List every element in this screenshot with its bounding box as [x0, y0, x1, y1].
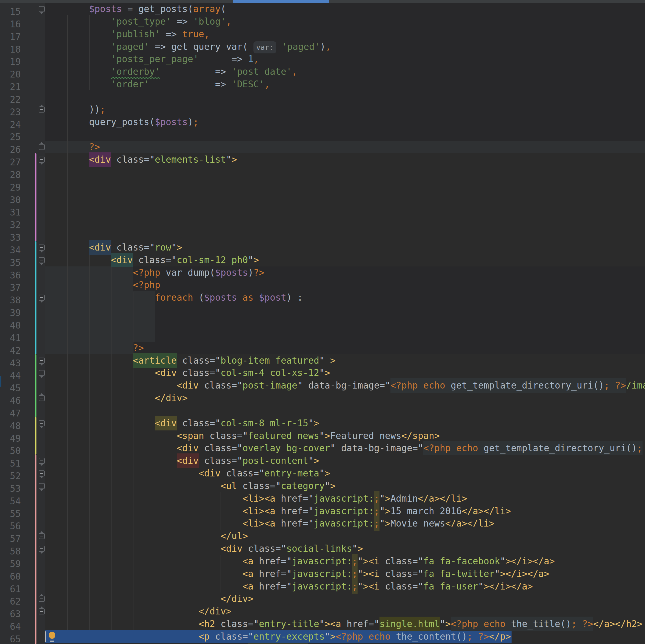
line-number[interactable]: 40: [0, 319, 21, 332]
fold-end-icon[interactable]: [39, 144, 45, 150]
line-number[interactable]: 64: [0, 620, 21, 633]
code-line[interactable]: </div>: [45, 392, 188, 404]
line-number[interactable]: 32: [0, 219, 21, 231]
fold-collapse-icon[interactable]: [39, 483, 45, 489]
line-number[interactable]: 31: [0, 206, 21, 219]
fold-collapse-icon[interactable]: [39, 257, 45, 263]
line-number[interactable]: 26: [0, 143, 21, 156]
line-number[interactable]: 42: [0, 344, 21, 357]
line-number[interactable]: 34: [0, 244, 21, 257]
line-number[interactable]: 27: [0, 156, 21, 169]
code-line[interactable]: 'orderby' => 'post_date',: [45, 65, 297, 78]
fold-collapse-icon[interactable]: [39, 470, 45, 476]
code-line[interactable]: <span class="featured_news">Featured new…: [45, 429, 440, 442]
line-number[interactable]: 38: [0, 294, 21, 307]
fold-end-icon[interactable]: [39, 608, 45, 614]
line-number[interactable]: 65: [0, 633, 21, 644]
line-number[interactable]: 15: [0, 5, 21, 18]
code-line[interactable]: </div>: [45, 605, 232, 618]
top-scrollbar-track[interactable]: [0, 0, 645, 3]
line-number[interactable]: 24: [0, 118, 21, 131]
code-line[interactable]: <div class="col-sm-12 ph0">: [45, 254, 259, 266]
line-number[interactable]: 44: [0, 369, 21, 382]
line-number[interactable]: 61: [0, 583, 21, 596]
fold-collapse-icon[interactable]: [39, 245, 45, 251]
code-line[interactable]: <h2 class="entry-title"><a href="single.…: [45, 618, 643, 630]
line-number[interactable]: 46: [0, 394, 21, 407]
code-line[interactable]: 'publish' => true,: [45, 28, 210, 40]
vcs-change-strip[interactable]: [35, 354, 36, 417]
code-line[interactable]: <div class="entry-meta">: [45, 467, 330, 480]
code-line[interactable]: <a href="javascript:;"><i class="fa fa-f…: [45, 555, 555, 568]
line-number[interactable]: 63: [0, 608, 21, 620]
line-number[interactable]: 25: [0, 131, 21, 143]
line-number[interactable]: 39: [0, 307, 21, 319]
line-number[interactable]: 52: [0, 470, 21, 482]
line-number[interactable]: 29: [0, 181, 21, 194]
fold-collapse-icon[interactable]: [39, 546, 45, 552]
code-line[interactable]: <div class="social-links">: [45, 543, 363, 555]
code-line[interactable]: <ul class="category">: [45, 480, 336, 492]
code-line[interactable]: $posts = get_posts(array(: [45, 3, 226, 15]
code-line[interactable]: <li><a href="javascript:;">Admin</a></li…: [45, 492, 467, 505]
line-number[interactable]: 20: [0, 68, 21, 81]
line-number[interactable]: 56: [0, 520, 21, 533]
line-number[interactable]: 30: [0, 194, 21, 207]
fold-end-icon[interactable]: [39, 106, 45, 112]
line-number[interactable]: 19: [0, 56, 21, 68]
code-line[interactable]: </ul>: [45, 530, 248, 543]
code-line[interactable]: <div class="col-sm-8 ml-r-15">: [45, 417, 319, 429]
fold-collapse-icon[interactable]: [39, 370, 45, 376]
fold-collapse-icon[interactable]: [39, 420, 45, 426]
code-line[interactable]: ?>: [45, 141, 100, 153]
line-number[interactable]: 47: [0, 407, 21, 420]
line-number[interactable]: 22: [0, 93, 21, 106]
code-line[interactable]: <?php: [45, 279, 160, 291]
code-line[interactable]: foreach ($posts as $post) :: [45, 291, 303, 304]
code-line[interactable]: <li><a href="javascript:;">Movie news</a…: [45, 517, 494, 530]
vcs-change-strip[interactable]: [35, 454, 36, 644]
line-number[interactable]: 54: [0, 495, 21, 508]
code-line[interactable]: 'post_type' => 'blog',: [45, 15, 232, 28]
fold-collapse-icon[interactable]: [39, 156, 45, 163]
line-number[interactable]: 58: [0, 545, 21, 558]
vcs-change-strip[interactable]: [35, 417, 36, 455]
fold-collapse-icon[interactable]: [39, 295, 45, 301]
code-line[interactable]: <div class="col-sm-4 col-xs-12">: [45, 367, 330, 379]
fold-end-icon[interactable]: [39, 533, 45, 539]
line-number[interactable]: 41: [0, 332, 21, 344]
code-line[interactable]: 'order' => 'DESC',: [45, 78, 270, 91]
code-line[interactable]: 'posts_per_page' => 1,: [45, 53, 259, 65]
line-number[interactable]: 17: [0, 31, 21, 43]
code-line[interactable]: <a href="javascript:;"><i class="fa fa-t…: [45, 568, 550, 580]
code-line[interactable]: <div class="row">: [45, 241, 182, 254]
code-line[interactable]: <article class="blog-item featured" >: [45, 354, 336, 367]
code-line[interactable]: </div>: [45, 593, 253, 605]
fold-end-icon[interactable]: [39, 395, 45, 401]
code-line[interactable]: <div class="post-content">: [45, 454, 319, 467]
line-number[interactable]: 43: [0, 357, 21, 370]
line-number[interactable]: 55: [0, 508, 21, 520]
line-number[interactable]: 16: [0, 18, 21, 31]
line-number[interactable]: 23: [0, 106, 21, 118]
line-number[interactable]: 53: [0, 482, 21, 495]
line-number[interactable]: 33: [0, 231, 21, 244]
code-line[interactable]: <?php var_dump($posts)?>: [45, 266, 264, 279]
line-number[interactable]: 37: [0, 282, 21, 294]
line-number[interactable]: 59: [0, 558, 21, 570]
top-scrollbar-thumb[interactable]: [233, 0, 329, 3]
code-line[interactable]: <a href="javascript:;"><i class="fa fa-u…: [45, 580, 533, 593]
fold-collapse-icon[interactable]: [39, 6, 45, 12]
line-number[interactable]: 36: [0, 269, 21, 282]
code-line[interactable]: ?>: [45, 342, 144, 354]
code-line[interactable]: <div class="overlay bg-cover" data-bg-im…: [45, 442, 643, 454]
fold-end-icon[interactable]: [39, 596, 45, 602]
line-number[interactable]: 60: [0, 570, 21, 583]
code-line[interactable]: <p class="entry-excepts"><?php echo the_…: [45, 630, 511, 643]
line-number[interactable]: 57: [0, 533, 21, 545]
line-number[interactable]: 62: [0, 595, 21, 608]
line-number[interactable]: 28: [0, 169, 21, 181]
fold-collapse-icon[interactable]: [39, 358, 45, 364]
line-number[interactable]: 18: [0, 43, 21, 56]
line-number[interactable]: 51: [0, 457, 21, 470]
